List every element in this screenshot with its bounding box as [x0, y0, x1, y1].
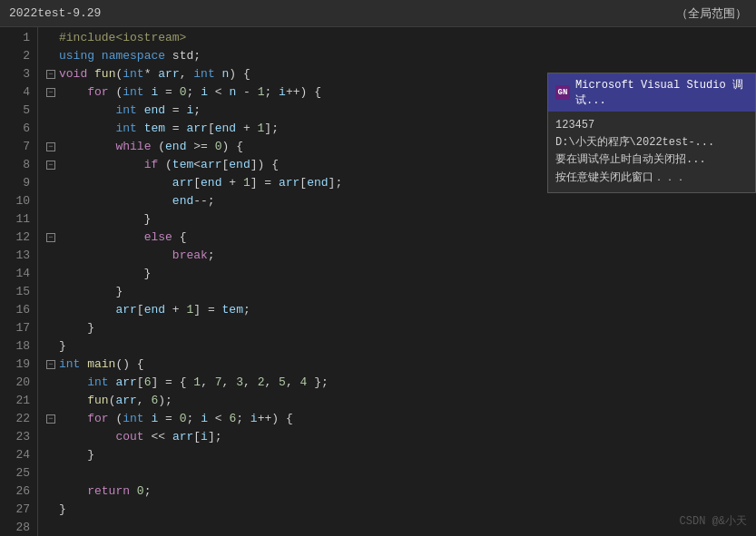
code-text: } [59, 319, 94, 337]
fold-indicator[interactable]: − [43, 142, 59, 151]
line-number: 5 [0, 102, 37, 120]
code-line: fun(arr, 6); [43, 392, 756, 410]
code-line [43, 464, 756, 482]
title-bar-scope: （全局范围） [676, 5, 747, 22]
code-text: cout << arr[i]; [59, 428, 222, 446]
line-number: 1 [0, 29, 37, 47]
code-text: fun(arr, 6); [59, 392, 172, 410]
line-number: 8 [0, 156, 37, 174]
fold-indicator[interactable]: − [43, 161, 59, 170]
code-line: } [43, 283, 756, 301]
line-number: 13 [0, 247, 37, 265]
code-text: int end = i; [59, 102, 201, 120]
line-number: 24 [0, 446, 37, 464]
code-text: } [59, 283, 123, 301]
code-line: cout << arr[i]; [43, 428, 756, 446]
code-line: arr[end + 1] = tem; [43, 301, 756, 319]
line-number: 19 [0, 356, 37, 374]
line-number: 17 [0, 319, 37, 337]
code-text: break; [59, 247, 215, 265]
code-text: int tem = arr[end + 1]; [59, 120, 279, 138]
code-line: − else { [43, 229, 756, 247]
popup-body: 123457 D:\小天的程序\2022test-... 要在调试停止时自动关闭… [548, 112, 755, 192]
line-numbers: 1234567891011121314151617181920212223242… [0, 27, 38, 536]
code-text: for (int i = 0; i < 6; i++) { [59, 410, 293, 428]
line-number: 3 [0, 65, 37, 83]
line-number: 26 [0, 482, 37, 501]
line-number: 7 [0, 138, 37, 156]
code-text: } [59, 337, 66, 356]
fold-box[interactable]: − [46, 414, 55, 424]
code-line: return 0; [43, 482, 756, 501]
line-number: 15 [0, 283, 37, 301]
code-text: #include<iostream> [59, 29, 186, 47]
line-number: 27 [0, 501, 37, 519]
line-number: 10 [0, 192, 37, 210]
code-text: while (end >= 0) { [59, 138, 243, 156]
line-number: 25 [0, 464, 37, 482]
popup-line1: 123457 [555, 117, 748, 134]
line-number: 14 [0, 265, 37, 283]
fold-box[interactable]: − [46, 88, 55, 97]
title-bar-filename: 2022test-9.29 [9, 6, 676, 20]
code-text: int arr[6] = { 1, 7, 3, 2, 5, 4 }; [59, 374, 329, 392]
line-number: 6 [0, 120, 37, 138]
code-text: void fun(int* arr, int n) { [59, 65, 250, 83]
popup-title: Microsoft Visual Studio 调试... [575, 77, 748, 108]
line-number: 21 [0, 392, 37, 410]
debug-popup[interactable]: GN Microsoft Visual Studio 调试... 123457 … [547, 73, 756, 193]
code-text: else { [59, 229, 186, 247]
code-line [43, 519, 756, 536]
line-number: 12 [0, 229, 37, 247]
code-line: } [43, 210, 756, 229]
code-line: using namespace std; [43, 47, 756, 65]
fold-indicator[interactable]: − [43, 414, 59, 424]
popup-header: GN Microsoft Visual Studio 调试... [548, 73, 755, 112]
popup-line4: 按任意键关闭此窗口．．． [555, 170, 748, 187]
code-text: end--; [59, 192, 215, 210]
code-line: break; [43, 247, 756, 265]
line-number: 18 [0, 337, 37, 356]
fold-box[interactable]: − [46, 161, 55, 170]
line-number: 28 [0, 519, 37, 536]
line-number: 11 [0, 210, 37, 229]
title-bar: 2022test-9.29 （全局范围） [0, 0, 756, 27]
popup-line2: D:\小天的程序\2022test-... [555, 134, 748, 151]
code-text: arr[end + 1] = arr[end]; [59, 174, 342, 192]
code-line: int arr[6] = { 1, 7, 3, 2, 5, 4 }; [43, 374, 756, 392]
line-number: 4 [0, 83, 37, 102]
code-text: } [59, 265, 151, 283]
code-line: } [43, 319, 756, 337]
fold-indicator[interactable]: − [43, 70, 59, 79]
code-line: } [43, 265, 756, 283]
code-line: } [43, 501, 756, 519]
code-line: } [43, 446, 756, 464]
line-number: 2 [0, 47, 37, 65]
fold-box[interactable]: − [46, 142, 55, 151]
fold-box[interactable]: − [46, 70, 55, 79]
fold-indicator[interactable]: − [43, 360, 59, 369]
code-text: int main() { [59, 356, 144, 374]
code-line: − for (int i = 0; i < 6; i++) { [43, 410, 756, 428]
line-number: 16 [0, 301, 37, 319]
code-text: return 0; [59, 482, 151, 501]
popup-line3: 要在调试停止时自动关闭招... [555, 151, 748, 169]
code-text: } [59, 501, 66, 519]
fold-box[interactable]: − [46, 360, 55, 369]
code-line: end--; [43, 192, 756, 210]
line-number: 20 [0, 374, 37, 392]
line-number: 23 [0, 428, 37, 446]
code-line: −int main() { [43, 356, 756, 374]
code-text: using namespace std; [59, 47, 201, 65]
code-line: #include<iostream> [43, 29, 756, 47]
watermark: CSDN @&小天 [680, 513, 747, 529]
vs-icon: GN [555, 85, 570, 100]
code-text: if (tem<arr[end]) { [59, 156, 279, 174]
fold-box[interactable]: − [46, 233, 55, 242]
fold-indicator[interactable]: − [43, 88, 59, 97]
code-text: for (int i = 0; i < n - 1; i++) { [59, 83, 321, 102]
code-text: arr[end + 1] = tem; [59, 301, 250, 319]
code-text: } [59, 210, 151, 229]
fold-indicator[interactable]: − [43, 233, 59, 242]
code-text: } [59, 446, 94, 464]
